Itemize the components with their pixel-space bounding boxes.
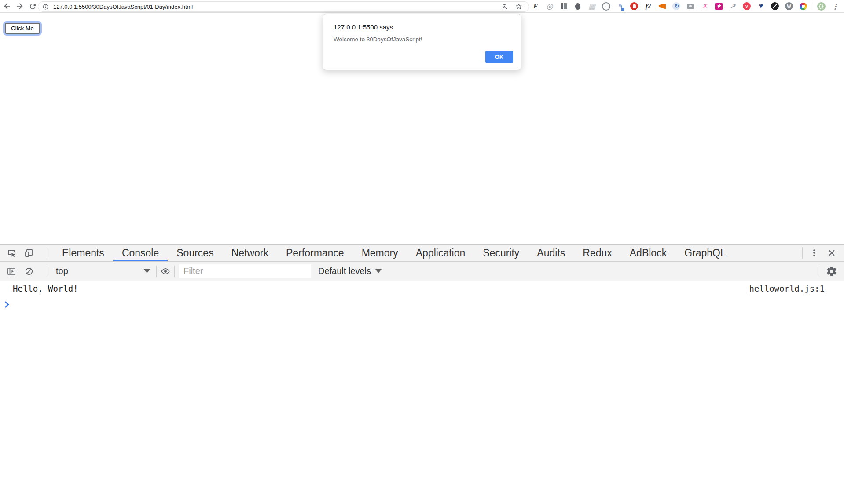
color-picker-icon[interactable]: ✎ — [613, 0, 627, 12]
divider — [174, 266, 175, 277]
camera-icon[interactable] — [683, 0, 697, 12]
json-braces-icon[interactable]: {} — [814, 0, 828, 12]
gear-badge-icon[interactable]: ✱ — [712, 0, 726, 12]
f-question-glyph: f? — [646, 3, 651, 10]
tab-redux[interactable]: Redux — [574, 245, 620, 261]
camera-shape — [687, 4, 694, 9]
console-source-link[interactable]: helloworld.js:1 — [749, 284, 825, 293]
console-filter-input[interactable] — [179, 264, 311, 278]
alert-title: 127.0.0.1:5500 says — [334, 23, 393, 31]
live-expression-eye-icon[interactable] — [157, 262, 174, 281]
f-question-icon[interactable]: f? — [641, 0, 655, 12]
context-selector[interactable]: top — [50, 262, 156, 281]
divider — [802, 247, 803, 259]
devtools-tabs: Elements Console Sources Network Perform… — [53, 245, 735, 261]
alert-ok-button[interactable]: OK — [485, 51, 513, 63]
orbit-icon[interactable]: ◎ — [543, 0, 557, 12]
kebab-glyph: ⋮ — [832, 2, 839, 11]
bug-shape — [575, 3, 580, 10]
tab-network[interactable]: Network — [223, 245, 277, 261]
console-output: Hello, World! helloworld.js:1 — [0, 281, 844, 308]
log-levels-label: Default levels — [318, 266, 371, 276]
devtools-tabbar: Elements Console Sources Network Perform… — [0, 245, 844, 262]
heart-search-icon[interactable]: ♥ — [754, 0, 768, 12]
inspect-element-icon[interactable] — [3, 245, 20, 261]
alert-message: Welcome to 30DaysOfJavaScript! — [334, 36, 422, 43]
side-panels-icon[interactable] — [557, 0, 571, 12]
devtools-panel: Elements Console Sources Network Perform… — [0, 244, 844, 504]
tab-adblock[interactable]: AdBlock — [621, 245, 675, 261]
console-prompt[interactable] — [0, 296, 844, 308]
console-log-row: Hello, World! helloworld.js:1 — [0, 281, 844, 296]
chevron-down-icon — [144, 269, 150, 273]
prompt-chevron-icon — [4, 301, 10, 308]
browser-toolbar: 127.0.0.1:5500/30DaysOfJavaScript/01-Day… — [0, 0, 844, 13]
wave-glyph: W — [785, 2, 793, 10]
page-content: Click Me 127.0.0.1:5500 says Welcome to … — [0, 13, 844, 244]
tab-sources[interactable]: Sources — [168, 245, 222, 261]
corner-arrow-icon[interactable]: ↗ — [726, 0, 740, 12]
tab-application[interactable]: Application — [407, 245, 474, 261]
page-info-icon[interactable] — [42, 4, 49, 10]
fonts-capture-icon[interactable]: F — [528, 0, 543, 12]
side-panels-shape — [561, 3, 567, 9]
devtools-close-icon[interactable] — [823, 245, 840, 261]
swirl-glyph: ↻ — [672, 2, 680, 10]
power-circle-icon[interactable] — [768, 0, 782, 12]
divider — [46, 247, 46, 259]
bug-icon[interactable] — [571, 0, 585, 12]
log-levels-selector[interactable]: Default levels — [318, 266, 382, 276]
devtools-menu-icon[interactable] — [805, 245, 823, 261]
stop-hand-icon[interactable] — [627, 0, 641, 12]
divider — [46, 266, 46, 277]
forward-icon[interactable] — [14, 0, 26, 12]
stop-hand-shape — [630, 2, 638, 10]
browser-menu-icon[interactable]: ⋮ — [828, 0, 842, 12]
context-selector-label: top — [56, 266, 68, 276]
json-braces-glyph: {} — [817, 2, 826, 11]
megaphone-shape — [659, 4, 666, 9]
pocket-glyph: ∨ — [743, 2, 751, 10]
url-text[interactable]: 127.0.0.1:5500/30DaysOfJavaScript/01-Day… — [53, 4, 501, 10]
extensions-row: F ◎ ▦ - ✎ f? ↻ ✳ ✱ ↗ ∨ ♥ W {} ⋮ — [528, 0, 844, 12]
color-wheel-icon[interactable] — [796, 0, 810, 12]
divider — [812, 2, 812, 10]
console-sidebar-toggle-icon[interactable] — [3, 262, 20, 281]
bookmark-star-icon[interactable] — [515, 3, 523, 11]
power-shape — [771, 2, 779, 10]
corner-arrow-glyph: ↗ — [730, 2, 736, 10]
devtools-tabbar-controls — [800, 245, 844, 261]
click-me-button[interactable]: Click Me — [5, 23, 40, 34]
orbit-glyph: ◎ — [547, 2, 553, 11]
atom-icon[interactable]: ✳ — [697, 0, 712, 12]
wave-icon[interactable]: W — [782, 0, 796, 12]
grid-glyph: ▦ — [588, 2, 595, 11]
color-wheel-shape — [800, 3, 807, 10]
tab-memory[interactable]: Memory — [353, 245, 407, 261]
alert-dialog: 127.0.0.1:5500 says Welcome to 30DaysOfJ… — [323, 14, 521, 70]
swirl-icon[interactable]: ↻ — [669, 0, 683, 12]
clear-console-icon[interactable] — [20, 262, 38, 281]
tab-audits[interactable]: Audits — [528, 245, 574, 261]
tab-performance[interactable]: Performance — [277, 245, 353, 261]
console-log-message: Hello, World! — [13, 284, 749, 293]
heart-glyph: ♥ — [759, 2, 763, 11]
grid-icon[interactable]: ▦ — [585, 0, 599, 12]
tab-graphql[interactable]: GraphQL — [675, 245, 735, 261]
fonts-capture-glyph: F — [533, 3, 538, 10]
tab-security[interactable]: Security — [474, 245, 528, 261]
reload-icon[interactable] — [27, 0, 38, 12]
back-icon[interactable] — [1, 0, 13, 12]
neutral-face-icon[interactable]: - — [599, 0, 613, 12]
color-picker-glyph: ✎ — [617, 3, 623, 10]
address-bar[interactable]: 127.0.0.1:5500/30DaysOfJavaScript/01-Day… — [38, 1, 529, 12]
settings-gear-icon[interactable] — [823, 262, 840, 281]
console-toolbar: top Default levels — [0, 262, 844, 281]
pocket-icon[interactable]: ∨ — [740, 0, 754, 12]
device-toolbar-icon[interactable] — [20, 245, 38, 261]
tab-elements[interactable]: Elements — [53, 245, 113, 261]
zoom-icon[interactable] — [501, 3, 509, 11]
tab-console[interactable]: Console — [113, 245, 168, 261]
megaphone-icon[interactable] — [655, 0, 669, 12]
gear-badge-glyph: ✱ — [715, 3, 723, 10]
